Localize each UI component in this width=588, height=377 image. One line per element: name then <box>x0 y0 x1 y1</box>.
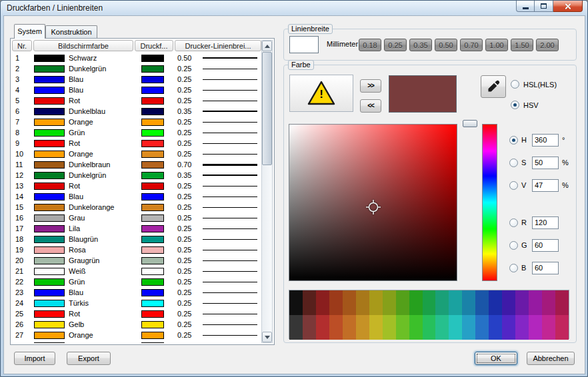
hsl-radio[interactable] <box>511 80 519 89</box>
palette-color[interactable] <box>343 290 356 315</box>
scroll-up-button[interactable] <box>262 41 272 51</box>
channel-value-input[interactable] <box>532 239 559 252</box>
table-row[interactable]: 25Rot0.25 <box>12 308 263 319</box>
print-color-swatch[interactable] <box>141 161 164 169</box>
linewidth-preset-button[interactable]: 0.50 <box>435 39 457 51</box>
palette-color[interactable] <box>502 290 515 315</box>
palette-color[interactable] <box>423 290 436 315</box>
print-color-swatch[interactable] <box>141 76 164 83</box>
header-nr[interactable]: Nr. <box>12 40 32 51</box>
transfer-to-print-button[interactable]: >> <box>360 79 381 93</box>
screen-color-swatch[interactable] <box>34 129 65 137</box>
print-color-swatch[interactable] <box>141 193 164 200</box>
screen-color-swatch[interactable] <box>34 97 65 105</box>
palette-color[interactable] <box>369 290 383 315</box>
screen-color-swatch[interactable] <box>34 108 65 115</box>
linewidth-preset-button[interactable]: 0.70 <box>460 39 483 51</box>
screen-color-swatch[interactable] <box>34 204 65 211</box>
print-color-swatch[interactable] <box>141 342 164 344</box>
table-row[interactable]: 14Blau0.25 <box>12 191 263 202</box>
screen-color-swatch[interactable] <box>34 172 65 179</box>
table-row[interactable]: 28 <box>12 340 263 343</box>
print-color-swatch[interactable] <box>141 225 164 232</box>
table-row[interactable]: 22Grün0.25 <box>12 276 263 287</box>
screen-color-swatch[interactable] <box>34 342 65 344</box>
import-button[interactable]: Import <box>14 352 55 365</box>
header-druckfarbe[interactable]: Druckf... <box>135 40 173 51</box>
scroll-down-button[interactable] <box>262 332 272 342</box>
table-row[interactable]: 20Graugrün0.25 <box>12 255 263 266</box>
table-row[interactable]: 11Dunkelbraun0.70 <box>12 159 263 170</box>
palette-color[interactable] <box>555 315 569 340</box>
screen-color-swatch[interactable] <box>34 151 65 158</box>
table-row[interactable]: 8Grün0.25 <box>12 127 263 138</box>
close-button[interactable] <box>553 1 583 12</box>
maximize-button[interactable] <box>535 1 553 12</box>
table-row[interactable]: 3Blau0.25 <box>12 74 263 85</box>
table-scrollbar[interactable] <box>261 40 273 343</box>
picker-crosshair-icon[interactable] <box>366 200 381 214</box>
screen-color-swatch[interactable] <box>34 300 65 307</box>
palette-color[interactable] <box>475 315 489 340</box>
table-row[interactable]: 23Blau0.25 <box>12 287 263 298</box>
print-color-swatch[interactable] <box>141 278 164 286</box>
palette-color[interactable] <box>316 290 329 315</box>
palette-color[interactable] <box>435 315 449 340</box>
linewidth-preset-button[interactable]: 1.50 <box>511 39 533 51</box>
palette-color[interactable] <box>343 315 356 340</box>
cancel-button[interactable]: Abbrechen <box>527 352 575 365</box>
table-row[interactable]: 13Rot0.25 <box>12 181 263 191</box>
palette-color[interactable] <box>423 315 436 340</box>
channel-radio-v[interactable] <box>509 181 518 190</box>
print-color-swatch[interactable] <box>141 268 164 275</box>
screen-color-swatch[interactable] <box>34 119 65 126</box>
hue-slider-thumb[interactable] <box>463 120 477 127</box>
screen-color-swatch[interactable] <box>34 55 65 62</box>
print-color-swatch[interactable] <box>141 246 164 254</box>
screen-color-swatch[interactable] <box>34 76 65 83</box>
palette-color[interactable] <box>329 290 343 315</box>
palette-color[interactable] <box>409 290 423 315</box>
print-color-swatch[interactable] <box>141 140 164 147</box>
table-row[interactable]: 21Weiß0.25 <box>12 266 263 276</box>
screen-color-swatch[interactable] <box>34 310 65 318</box>
print-color-swatch[interactable] <box>141 108 164 115</box>
table-row[interactable]: 9Rot0.25 <box>12 138 263 149</box>
palette-color[interactable] <box>475 290 489 315</box>
channel-value-input[interactable] <box>532 134 559 147</box>
print-color-swatch[interactable] <box>141 332 164 339</box>
hue-bar[interactable] <box>482 124 497 281</box>
palette-color[interactable] <box>555 290 569 315</box>
palette-color[interactable] <box>356 315 369 340</box>
header-bildschirmfarbe[interactable]: Bildschirmfarbe <box>33 40 133 51</box>
minimize-button[interactable] <box>516 1 535 12</box>
channel-radio-g[interactable] <box>509 241 518 250</box>
saturation-value-picker[interactable] <box>289 124 457 281</box>
print-color-swatch[interactable] <box>141 172 164 179</box>
table-row[interactable]: 16Grau0.25 <box>12 212 263 223</box>
palette-color[interactable] <box>515 315 529 340</box>
tab-konstruktion[interactable]: Konstruktion <box>45 25 97 39</box>
export-button[interactable]: Export <box>67 352 111 365</box>
screen-color-swatch[interactable] <box>34 289 65 296</box>
screen-color-swatch[interactable] <box>34 236 65 243</box>
palette-color[interactable] <box>449 315 462 340</box>
palette-color[interactable] <box>369 315 383 340</box>
table-row[interactable]: 18Blaugrün0.25 <box>12 234 263 244</box>
mode-hsl-option[interactable]: HSL(HLS) <box>511 80 557 89</box>
print-color-swatch[interactable] <box>141 151 164 158</box>
palette-color[interactable] <box>435 290 449 315</box>
screen-color-swatch[interactable] <box>34 183 65 190</box>
print-color-swatch[interactable] <box>141 129 164 137</box>
table-row[interactable]: 2Dunkelgrün0.25 <box>12 63 263 74</box>
screen-color-swatch[interactable] <box>34 225 65 232</box>
palette-color[interactable] <box>289 290 303 315</box>
screen-color-swatch[interactable] <box>34 214 65 222</box>
palette-color[interactable] <box>409 315 423 340</box>
screen-color-swatch[interactable] <box>34 65 65 73</box>
palette-color[interactable] <box>462 315 475 340</box>
header-drucker-linienbreite[interactable]: Drucker-Linienbrei... <box>175 40 261 51</box>
print-color-swatch[interactable] <box>141 300 164 307</box>
print-color-swatch[interactable] <box>141 97 164 105</box>
eyedropper-button[interactable] <box>481 75 506 98</box>
